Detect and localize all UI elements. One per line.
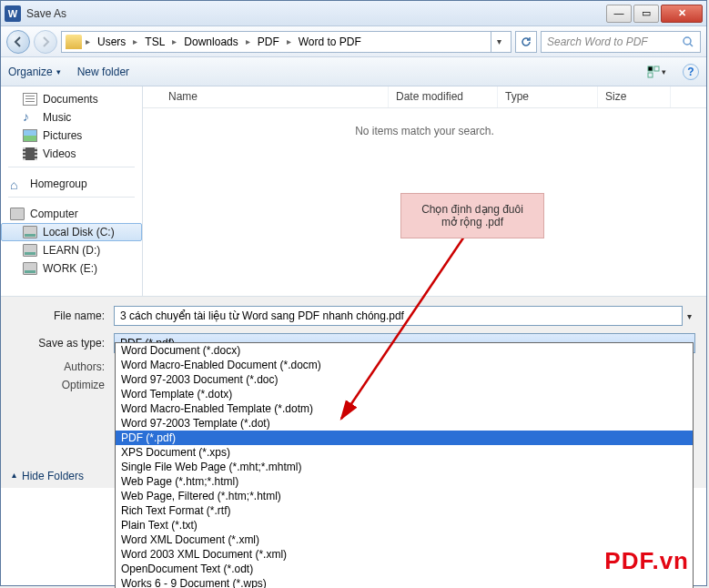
authors-label: Authors: (12, 360, 114, 373)
view-options-button[interactable]: ▾ (646, 62, 666, 82)
filetype-option[interactable]: Single File Web Page (*.mht;*.mhtml) (116, 460, 693, 474)
tree-item-documents[interactable]: Documents (1, 90, 142, 108)
filetype-option[interactable]: Word Macro-Enabled Document (*.docm) (116, 358, 693, 372)
optimize-label: Optimize (12, 379, 114, 391)
file-browser: Documents ♪Music Pictures Videos ⌂Homegr… (1, 86, 706, 296)
search-placeholder: Search Word to PDF (547, 35, 648, 48)
disk-icon (23, 226, 37, 238)
videos-icon (23, 147, 37, 160)
help-button[interactable]: ? (683, 64, 699, 80)
empty-message: No items match your search. (143, 125, 706, 137)
tree-item-music[interactable]: ♪Music (1, 108, 142, 127)
organize-button[interactable]: Organize ▾ (8, 66, 61, 78)
breadcrumb-segment[interactable]: PDF (254, 34, 283, 50)
svg-point-0 (684, 37, 691, 45)
refresh-button[interactable] (515, 31, 537, 53)
filetype-option[interactable]: Word 97-2003 Document (*.doc) (116, 372, 693, 387)
computer-icon (10, 208, 25, 220)
column-type[interactable]: Type (498, 86, 598, 107)
refresh-icon (520, 35, 532, 48)
breadcrumb-segment[interactable]: Word to PDF (295, 34, 365, 50)
disk-icon (23, 244, 37, 257)
navigation-bar: ▸ Users ▸ TSL ▸ Downloads ▸ PDF ▸ Word t… (1, 26, 706, 57)
maximize-button[interactable]: ▭ (633, 5, 659, 23)
filetype-option[interactable]: Word XML Document (*.xml) (116, 532, 693, 547)
filename-input[interactable] (114, 306, 683, 326)
filetype-option[interactable]: Works 6 - 9 Document (*.wps) (116, 576, 693, 588)
chevron-right-icon: ▸ (172, 36, 177, 46)
chevron-down-icon: ▾ (56, 67, 61, 76)
breadcrumb-segment[interactable]: Users (94, 34, 129, 50)
file-list-pane[interactable]: Name Date modified Type Size No items ma… (143, 86, 706, 296)
view-icon (647, 66, 662, 78)
filetype-option[interactable]: Word Macro-Enabled Template (*.dotm) (116, 401, 693, 416)
tree-item-computer[interactable]: Computer (1, 205, 142, 223)
filetype-option[interactable]: Word Template (*.dotx) (116, 387, 693, 401)
column-date-modified[interactable]: Date modified (389, 86, 498, 107)
folder-icon (66, 35, 82, 49)
breadcrumb-segment[interactable]: Downloads (180, 34, 241, 50)
breadcrumb-dropdown-button[interactable]: ▾ (491, 32, 507, 52)
close-button[interactable]: ✕ (661, 5, 703, 23)
new-folder-button[interactable]: New folder (77, 66, 129, 78)
filename-label: File name: (12, 309, 114, 322)
minimize-button[interactable]: — (606, 5, 632, 23)
navigation-tree[interactable]: Documents ♪Music Pictures Videos ⌂Homegr… (1, 86, 143, 296)
filetype-option[interactable]: PDF (*.pdf) (116, 431, 693, 445)
column-name[interactable]: Name (161, 86, 389, 107)
forward-arrow-icon (40, 36, 51, 47)
breadcrumb-segment[interactable]: TSL (141, 34, 168, 50)
breadcrumb[interactable]: ▸ Users ▸ TSL ▸ Downloads ▸ PDF ▸ Word t… (61, 31, 511, 53)
svg-rect-1 (648, 66, 653, 71)
chevron-right-icon: ▸ (133, 36, 137, 46)
filetype-option[interactable]: Plain Text (*.txt) (116, 518, 693, 532)
back-arrow-icon (13, 36, 24, 47)
word-app-icon: W (5, 5, 21, 22)
filetype-option[interactable]: Web Page (*.htm;*.html) (116, 474, 693, 489)
filetype-option[interactable]: Word 97-2003 Template (*.dot) (116, 416, 693, 431)
music-icon: ♪ (23, 111, 37, 124)
filetype-option[interactable]: Word Document (*.docx) (116, 343, 693, 358)
annotation-callout: Chọn định dạng đuôi mở rộng .pdf (400, 193, 544, 238)
forward-button[interactable] (34, 30, 57, 54)
toolbar: Organize ▾ New folder ▾ ? (1, 57, 706, 86)
titlebar[interactable]: W Save As — ▭ ✕ (1, 1, 706, 26)
tree-item-homegroup[interactable]: ⌂Homegroup (1, 175, 142, 193)
chevron-right-icon: ▸ (287, 36, 291, 46)
column-size[interactable]: Size (598, 86, 671, 107)
tree-item-learn-d[interactable]: LEARN (D:) (1, 241, 142, 259)
pictures-icon (23, 129, 37, 142)
chevron-down-icon[interactable]: ▾ (683, 311, 695, 321)
filetype-option[interactable]: Web Page, Filtered (*.htm;*.html) (116, 489, 693, 503)
chevron-up-icon: ▾ (12, 471, 16, 482)
chevron-right-icon: ▸ (86, 36, 90, 46)
column-headers[interactable]: Name Date modified Type Size (143, 86, 706, 108)
tree-item-local-disk-c[interactable]: Local Disk (C:) (1, 223, 142, 241)
filetype-option[interactable]: XPS Document (*.xps) (116, 445, 693, 460)
save-as-type-label: Save as type: (12, 337, 114, 350)
search-icon (682, 35, 694, 48)
svg-rect-2 (654, 66, 659, 71)
tree-item-pictures[interactable]: Pictures (1, 127, 142, 145)
chevron-right-icon: ▸ (246, 36, 250, 46)
svg-rect-3 (648, 73, 653, 77)
search-input[interactable]: Search Word to PDF (541, 31, 701, 53)
back-button[interactable] (6, 30, 30, 54)
disk-icon (23, 262, 37, 275)
filetype-option[interactable]: Rich Text Format (*.rtf) (116, 503, 693, 518)
tree-item-videos[interactable]: Videos (1, 145, 142, 163)
window-title: Save As (26, 7, 604, 20)
watermark: PDF.vn (604, 547, 689, 575)
documents-icon (23, 93, 37, 106)
tree-item-work-e[interactable]: WORK (E:) (1, 259, 142, 278)
homegroup-icon: ⌂ (10, 177, 25, 190)
